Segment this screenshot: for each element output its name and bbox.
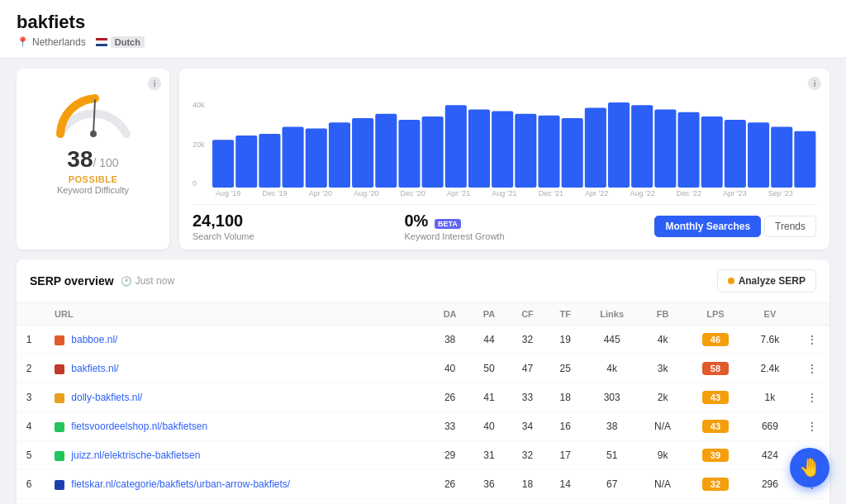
fb-cell: N/A: [640, 412, 686, 441]
fb-cell: 4k: [640, 326, 686, 354]
chart-bottom-stats: 24,100 Search Volume 0% BETA Keyword Int…: [192, 204, 816, 241]
svg-rect-13: [468, 110, 489, 188]
x-label-9: Apr '22: [585, 189, 608, 197]
x-label-11: Dec '22: [677, 189, 701, 197]
row-number: 3: [17, 383, 41, 412]
row-menu[interactable]: ⋮: [794, 499, 829, 505]
lps-badge: 32: [702, 478, 729, 491]
serp-time: 🕐 Just now: [121, 275, 174, 287]
search-volume-card: i 40k 20k 0 Aug '19 Dec '19 Apr '20 Aug …: [179, 69, 829, 250]
lps-cell: 46: [685, 326, 745, 354]
url-link[interactable]: fietsvoordeelshop.nl/bakfietsen: [71, 421, 207, 432]
col-cf: CF: [508, 303, 547, 326]
col-pa: PA: [470, 303, 508, 326]
svg-rect-25: [748, 122, 769, 188]
serp-overview-section: SERP overview 🕐 Just now Analyze SERP UR…: [17, 259, 829, 504]
url-cell: fietsvoordeelshop.nl/bakfietsen: [41, 412, 430, 441]
row-menu[interactable]: ⋮: [794, 383, 829, 412]
lps-cell: 32: [685, 470, 745, 499]
pa-cell: 29: [470, 499, 508, 505]
kd-score-display: 38/ 100 POSSIBLE Keyword Difficulty: [30, 146, 156, 195]
x-label-7: Aug '21: [492, 189, 516, 197]
analyze-serp-button[interactable]: Analyze SERP: [717, 269, 816, 292]
svg-rect-2: [212, 140, 234, 188]
fb-cell: N/A: [640, 499, 686, 505]
favicon-icon: [55, 422, 64, 432]
da-cell: 29: [430, 441, 470, 470]
analyze-dot-icon: [728, 278, 734, 284]
svg-rect-19: [607, 102, 629, 188]
row-number: 1: [17, 326, 41, 354]
tf-cell: 14: [547, 470, 584, 499]
kd-info-icon[interactable]: i: [148, 77, 161, 90]
chart-info-icon[interactable]: i: [808, 77, 821, 90]
ev-cell: 669: [745, 412, 794, 441]
tf-cell: 18: [547, 383, 584, 412]
trends-btn[interactable]: Trends: [764, 216, 816, 237]
y-label-0: 0: [192, 179, 205, 188]
fab-button[interactable]: 🤚: [790, 448, 829, 487]
row-menu[interactable]: ⋮: [794, 354, 829, 383]
growth-label: Keyword Interest Growth: [404, 231, 504, 241]
x-label-8: Dec '21: [539, 189, 563, 197]
svg-rect-9: [375, 114, 397, 188]
url-link[interactable]: juizz.nl/elektrische-bakfietsen: [71, 449, 200, 461]
search-volume-value: 24,100: [192, 212, 254, 231]
favicon-icon: [55, 364, 64, 374]
keyword-growth-stat: 0% BETA Keyword Interest Growth: [404, 212, 504, 241]
row-number: 6: [17, 470, 41, 499]
lps-cell: 27: [685, 499, 745, 505]
cf-cell: 32: [508, 441, 547, 470]
pa-cell: 31: [470, 441, 508, 470]
favicon-icon: [55, 451, 64, 461]
table-header-row: URL DA PA CF TF Links FB LPS EV: [17, 303, 829, 326]
row-menu[interactable]: ⋮: [794, 412, 829, 441]
col-ev: EV: [745, 303, 794, 326]
svg-rect-14: [492, 112, 513, 188]
favicon-icon: [55, 480, 64, 490]
url-cell: babboe.nl/: [41, 326, 430, 354]
monthly-searches-btn[interactable]: Monthly Searches: [654, 216, 761, 237]
table-row: 3 dolly-bakfiets.nl/ 26 41 33 18 303 2k …: [17, 383, 829, 412]
url-link[interactable]: bakfiets.nl/: [71, 363, 118, 374]
svg-rect-6: [305, 129, 326, 188]
svg-rect-21: [654, 110, 676, 188]
da-cell: 40: [430, 354, 470, 383]
search-volume-stat: 24,100 Search Volume: [192, 212, 254, 241]
serp-title-area: SERP overview 🕐 Just now: [30, 274, 174, 288]
tf-cell: 25: [547, 354, 584, 383]
lps-badge: 43: [702, 420, 729, 433]
ev-cell: 7.6k: [745, 326, 794, 354]
serp-header: SERP overview 🕐 Just now Analyze SERP: [17, 259, 829, 303]
y-axis-labels: 40k 20k 0: [192, 101, 205, 188]
url-link[interactable]: babboe.nl/: [71, 334, 117, 345]
growth-pct-value: 0%: [404, 212, 428, 230]
row-number: 2: [17, 354, 41, 383]
svg-rect-27: [794, 131, 815, 188]
row-menu[interactable]: ⋮: [794, 326, 829, 354]
location-icon: 📍: [17, 36, 29, 48]
url-link[interactable]: fietskar.nl/categorie/bakfiets/urban-arr…: [71, 478, 290, 490]
links-cell: 67: [584, 470, 640, 499]
fb-cell: N/A: [640, 470, 686, 499]
ev-cell: 219: [745, 499, 794, 505]
col-tf: TF: [547, 303, 584, 326]
svg-line-0: [93, 100, 95, 134]
url-link[interactable]: dolly-bakfiets.nl/: [71, 392, 142, 403]
links-cell: 6: [584, 499, 640, 505]
svg-rect-8: [352, 118, 373, 188]
row-number: 7: [17, 499, 41, 505]
table-row: 7 fietsunie.nl/elektrische-bakfietsen 26…: [17, 499, 829, 505]
fb-cell: 2k: [640, 383, 686, 412]
col-links: Links: [584, 303, 640, 326]
x-label-3: Apr '20: [309, 189, 332, 197]
svg-point-1: [90, 131, 97, 137]
svg-rect-3: [235, 136, 257, 188]
pa-cell: 50: [470, 354, 508, 383]
pa-cell: 36: [470, 470, 508, 499]
lps-badge: 46: [702, 333, 729, 346]
lps-badge: 58: [702, 362, 729, 375]
pa-cell: 40: [470, 412, 508, 441]
x-label-2: Dec '19: [262, 189, 287, 197]
fab-icon: 🤚: [799, 457, 821, 478]
